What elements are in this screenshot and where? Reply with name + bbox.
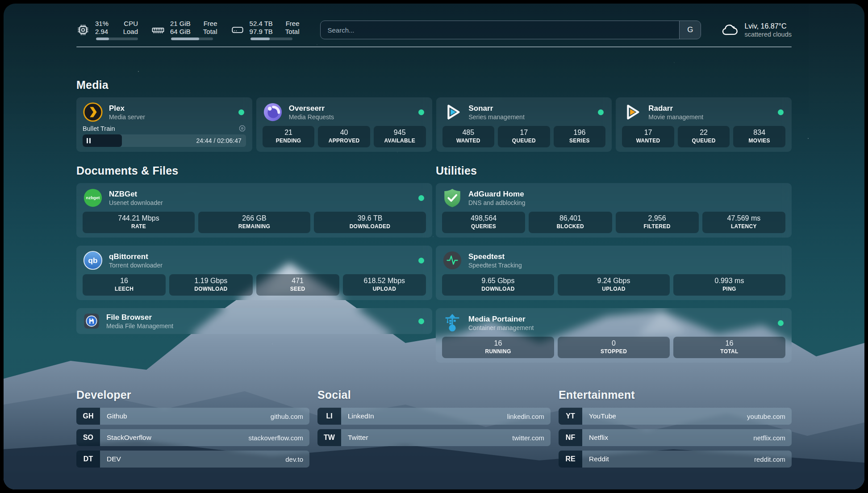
- bookmark-domain: github.com: [271, 413, 303, 420]
- status-dot: [238, 109, 244, 115]
- bookmark-youtube[interactable]: YT YouTube youtube.com: [559, 408, 792, 425]
- plex-icon: [83, 102, 103, 122]
- bookmark-abbr: YT: [559, 408, 582, 425]
- memory-progress-fill: [171, 38, 199, 40]
- card-speedtest[interactable]: Speedtest Speedtest Tracking 9.65 Gbps D…: [436, 246, 792, 300]
- memory-label-2: Total: [203, 28, 217, 36]
- stat-wanted: 17 WANTED: [622, 126, 674, 147]
- card-qbittorrent[interactable]: qb qBittorrent Torrent downloader 16 LEE…: [76, 246, 432, 300]
- bookmark-domain: reddit.com: [754, 455, 785, 463]
- bookmark-domain: youtube.com: [747, 413, 785, 420]
- svg-text:qb: qb: [88, 256, 97, 265]
- stat-queries: 498,564 QUERIES: [442, 212, 525, 233]
- stat-seed: 471 SEED: [256, 274, 339, 296]
- overseerr-icon: [263, 102, 283, 122]
- card-subtitle: Torrent downloader: [109, 261, 413, 269]
- bookmark-reddit[interactable]: RE Reddit reddit.com: [559, 451, 792, 468]
- stat-blocked: 86,401 BLOCKED: [529, 212, 612, 233]
- stat-series: 196 SERIES: [554, 126, 606, 147]
- bookmark-abbr: SO: [76, 429, 100, 446]
- card-title: Sonarr: [469, 104, 593, 113]
- stat-download: 1.19 Gbps DOWNLOAD: [169, 274, 252, 296]
- card-title: qBittorrent: [109, 252, 413, 261]
- bookmark-github[interactable]: GH Github github.com: [76, 408, 309, 425]
- card-sonarr[interactable]: Sonarr Series management 485 WANTED 17 Q…: [436, 97, 612, 152]
- bookmark-label: Reddit: [589, 455, 609, 463]
- card-subtitle: Movie management: [648, 113, 772, 121]
- card-overseerr[interactable]: Overseerr Media Requests 21 PENDING 40 A…: [256, 97, 432, 152]
- documents-column: nzbget NZBGet Usenet downloader 744.21 M…: [76, 183, 432, 334]
- card-title: AdGuard Home: [468, 189, 785, 199]
- status-dot: [418, 195, 424, 201]
- bookmark-label: Twitter: [348, 434, 368, 442]
- bookmark-abbr: TW: [317, 429, 341, 446]
- bookmark-label: StackOverflow: [107, 434, 151, 442]
- weather-condition: scattered clouds: [744, 31, 792, 38]
- card-plex[interactable]: Plex Media server Bullet Train: [76, 97, 252, 152]
- stat-download: 9.65 Gbps DOWNLOAD: [442, 274, 554, 296]
- bookmark-label: Netflix: [589, 434, 608, 442]
- bookmark-domain: linkedin.com: [507, 413, 544, 420]
- cpu-icon: [76, 23, 90, 37]
- stat-wanted: 485 WANTED: [442, 126, 495, 147]
- memory-icon: [151, 23, 165, 37]
- media-card-grid: Plex Media server Bullet Train: [76, 97, 792, 152]
- bookmark-stackoverflow[interactable]: SO StackOverflow stackoverflow.com: [76, 429, 309, 446]
- qbittorrent-icon: qb: [83, 250, 103, 271]
- stat-upload: 9.24 Gbps UPLOAD: [558, 274, 670, 296]
- disk-free: 52.4 TB: [250, 20, 273, 28]
- card-radarr[interactable]: Radarr Movie management 17 WANTED 22 QUE…: [616, 97, 792, 152]
- search-provider-button[interactable]: G: [679, 21, 701, 39]
- radarr-icon: [622, 102, 643, 122]
- bookmark-twitter[interactable]: TW Twitter twitter.com: [317, 429, 551, 446]
- disk-total: 97.9 TB: [250, 28, 273, 36]
- disk-progress-fill: [250, 38, 270, 40]
- stat-queued: 17 QUEUED: [498, 126, 550, 147]
- bookmark-linkedin[interactable]: LI LinkedIn linkedin.com: [317, 408, 551, 425]
- card-title: Overseerr: [289, 104, 413, 113]
- card-title: File Browser: [106, 313, 413, 322]
- stat-available: 945 AVAILABLE: [374, 126, 426, 147]
- bookmark-domain: dev.to: [285, 455, 303, 463]
- stat-latency: 47.569 ms LATENCY: [702, 212, 785, 233]
- card-filebrowser[interactable]: File Browser Media File Management: [76, 308, 432, 334]
- search-input[interactable]: [321, 21, 680, 39]
- card-title: NZBGet: [109, 189, 413, 199]
- memory-widget: 21 GiB Free 64 GiB Total: [151, 20, 217, 40]
- card-subtitle: Usenet downloader: [109, 199, 413, 207]
- card-title: Speedtest: [468, 252, 785, 261]
- disk-widget: 52.4 TB Free 97.9 TB Total: [231, 20, 300, 40]
- stat-upload: 618.52 Mbps UPLOAD: [343, 274, 426, 296]
- stat-total: 16 TOTAL: [673, 337, 785, 358]
- bookmark-abbr: RE: [559, 451, 582, 468]
- cloud-icon: [721, 21, 739, 39]
- bookmark-netflix[interactable]: NF Netflix netflix.com: [559, 429, 792, 446]
- card-nzbget[interactable]: nzbget NZBGet Usenet downloader 744.21 M…: [76, 183, 432, 238]
- cpu-load: 2.94: [95, 28, 109, 36]
- pause-icon[interactable]: [87, 138, 91, 143]
- settings-icon[interactable]: [238, 125, 246, 132]
- status-dot: [418, 318, 424, 324]
- sonarr-icon: [442, 102, 463, 122]
- cpu-progress-fill: [96, 38, 109, 40]
- status-dot: [418, 258, 424, 263]
- weather-widget: Lviv, 16.87°C scattered clouds: [721, 21, 792, 39]
- section-title-documents: Documents & Files: [76, 164, 432, 177]
- weather-location-temp: Lviv, 16.87°C: [744, 22, 792, 31]
- card-subtitle: Series management: [469, 113, 593, 121]
- bookmark-label: Github: [107, 412, 127, 420]
- status-dot: [778, 320, 784, 326]
- plex-progress-bar[interactable]: 24:44 / 02:06:47: [83, 134, 246, 147]
- dashboard-window: 31% CPU 2.94 Load: [4, 4, 864, 489]
- cpu-widget: 31% CPU 2.94 Load: [76, 20, 138, 40]
- stat-pending: 21 PENDING: [263, 126, 315, 147]
- plex-progress-played: [83, 134, 122, 147]
- bookmark-dev[interactable]: DT DEV dev.to: [76, 451, 309, 468]
- bookmark-column-social: LI LinkedIn linkedin.com TW Twitter twit…: [317, 408, 551, 446]
- speedtest-icon: [442, 250, 463, 271]
- card-portainer[interactable]: Media Portainer Container management 16 …: [436, 308, 792, 363]
- stat-filtered: 2,956 FILTERED: [616, 212, 699, 233]
- status-dot: [598, 109, 604, 115]
- card-adguard[interactable]: AdGuard Home DNS and adblocking 498,564 …: [436, 183, 792, 238]
- section-title-media: Media: [76, 79, 792, 92]
